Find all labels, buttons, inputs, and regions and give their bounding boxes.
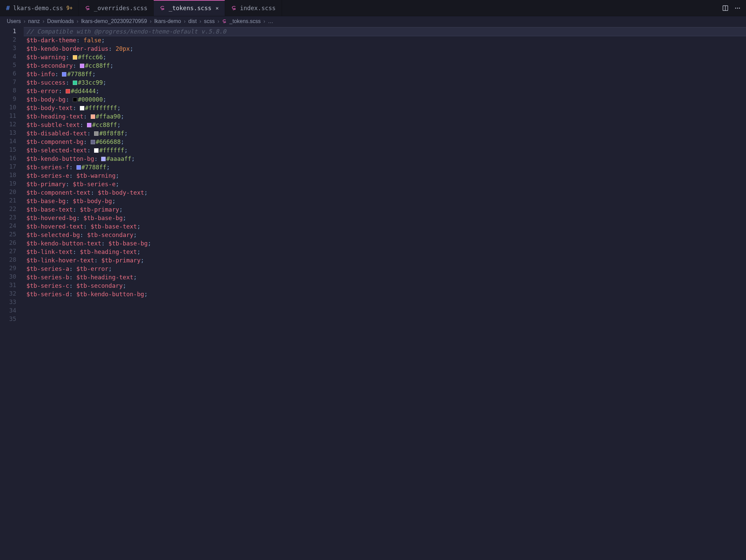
token-variable: $tb-base-bg <box>26 197 66 206</box>
token-semicolon: ; <box>120 138 124 146</box>
token-variable-ref: $tb-warning <box>76 172 116 180</box>
token-semicolon: ; <box>115 172 119 180</box>
token-variable: $tb-dark-theme <box>26 36 76 45</box>
token-space <box>76 248 80 256</box>
token-semicolon: ; <box>137 222 141 231</box>
split-editor-icon[interactable] <box>722 5 728 11</box>
color-swatch <box>62 72 66 77</box>
token-semicolon: ; <box>124 146 128 155</box>
token-variable: $tb-subtle-text <box>26 121 80 129</box>
color-swatch <box>87 123 91 127</box>
line-number: 15 <box>0 146 16 154</box>
code-line: // Compatible with @progress/kendo-theme… <box>24 27 746 36</box>
line-number: 16 <box>0 154 16 163</box>
token-semicolon: ; <box>108 265 112 273</box>
code-line: $tb-heading-text: #ffaa90; <box>24 112 746 121</box>
code-line: $tb-disabled-text: #8f8f8f; <box>24 129 746 138</box>
token-space <box>62 87 66 95</box>
token-colon: : <box>66 79 69 87</box>
code-area[interactable]: // Compatible with @progress/kendo-theme… <box>24 26 746 559</box>
token-semicolon: ; <box>133 231 137 239</box>
chevron-right-icon: › <box>184 18 185 24</box>
token-variable-ref: $tb-base-text <box>91 222 137 231</box>
code-line: $tb-hovered-bg: $tb-base-bg; <box>24 214 746 222</box>
code-line: $tb-secondary: #cc88ff; <box>24 62 746 70</box>
token-space <box>73 290 76 299</box>
token-space <box>69 197 73 206</box>
token-variable-ref: $tb-series-e <box>73 180 115 189</box>
code-line: $tb-kendo-border-radius: 20px; <box>24 45 746 53</box>
token-space <box>98 155 102 163</box>
breadcrumb-segment[interactable]: Users <box>7 18 21 24</box>
token-variable: $tb-info <box>26 70 55 79</box>
token-space <box>80 36 84 45</box>
breadcrumbs[interactable]: Users›nanz›Downloads›lkars-demo_20230927… <box>0 16 746 26</box>
token-keyword: false <box>84 36 102 45</box>
token-color: #7788ff <box>82 163 107 172</box>
editor[interactable]: 1234567891011121314151617181920212223242… <box>0 26 746 559</box>
tab--overrides-scss[interactable]: _overrides.scss <box>79 0 154 16</box>
token-semicolon: ; <box>131 155 135 163</box>
token-colon: : <box>59 87 62 95</box>
token-colon: : <box>84 222 87 231</box>
tab-lkars-demo-css[interactable]: #lkars-demo.css9+ <box>0 0 79 16</box>
more-icon[interactable] <box>734 5 741 11</box>
breadcrumb-segment[interactable]: nanz <box>28 18 40 24</box>
token-semicolon: ; <box>96 87 100 95</box>
breadcrumb-segment[interactable]: lkars-demo_202309270959 <box>81 18 147 24</box>
token-variable-ref: $tb-heading-text <box>80 248 137 256</box>
breadcrumb-segment[interactable]: dist <box>188 18 197 24</box>
token-variable: $tb-body-bg <box>26 95 66 104</box>
tab--tokens-scss[interactable]: _tokens.scss✕ <box>154 0 225 16</box>
code-line: $tb-selected-text: #ffffff; <box>24 146 746 155</box>
chevron-right-icon: › <box>43 18 44 24</box>
tab-label: _tokens.scss <box>169 5 211 12</box>
chevron-right-icon: › <box>76 18 78 24</box>
token-space <box>80 214 84 222</box>
token-colon: : <box>66 95 69 104</box>
tab-label: index.scss <box>240 5 276 12</box>
token-variable-ref: $tb-body-text <box>98 189 144 197</box>
token-space <box>69 180 73 189</box>
token-space <box>76 104 80 112</box>
close-icon[interactable]: ✕ <box>216 5 219 11</box>
line-number: 21 <box>0 196 16 205</box>
line-number: 34 <box>0 306 16 315</box>
token-colon: : <box>76 36 80 45</box>
color-swatch <box>73 81 77 85</box>
token-color: #ffffff <box>99 146 124 155</box>
token-colon: : <box>69 163 73 172</box>
code-line: $tb-kendo-button-bg: #aaaaff; <box>24 155 746 163</box>
code-line: $tb-dark-theme: false; <box>24 36 746 45</box>
breadcrumb-trailing[interactable]: … <box>268 18 273 24</box>
token-colon: : <box>69 282 73 290</box>
token-variable: $tb-kendo-button-bg <box>26 155 94 163</box>
token-color: #666688 <box>96 138 121 146</box>
token-semicolon: ; <box>140 256 144 265</box>
breadcrumb-file[interactable]: _tokens.scss <box>229 18 261 24</box>
token-semicolon: ; <box>148 239 151 248</box>
token-space <box>91 146 94 155</box>
token-color: #7788ff <box>67 70 92 79</box>
chevron-right-icon: › <box>24 18 25 24</box>
token-colon: : <box>73 104 76 112</box>
token-semicolon: ; <box>137 248 141 256</box>
color-swatch <box>73 98 77 102</box>
chevron-right-icon: › <box>199 18 201 24</box>
breadcrumb-segment[interactable]: scss <box>204 18 215 24</box>
token-space <box>69 95 73 104</box>
token-space <box>87 222 91 231</box>
token-colon: : <box>108 45 112 53</box>
token-variable-ref: $tb-base-bg <box>108 239 148 248</box>
token-variable-ref: $tb-secondary <box>87 231 133 239</box>
chevron-right-icon: › <box>217 18 219 24</box>
token-semicolon: ; <box>133 273 137 282</box>
token-colon: : <box>73 206 76 214</box>
tab-index-scss[interactable]: index.scss <box>225 0 282 16</box>
breadcrumb-segment[interactable]: lkars-demo <box>154 18 181 24</box>
token-variable: $tb-link-hover-text <box>26 256 94 265</box>
chevron-right-icon: › <box>263 18 265 24</box>
token-colon: : <box>84 112 87 121</box>
breadcrumb-segment[interactable]: Downloads <box>47 18 74 24</box>
token-colon: : <box>69 273 73 282</box>
